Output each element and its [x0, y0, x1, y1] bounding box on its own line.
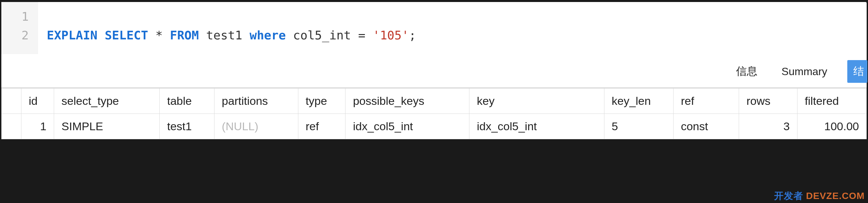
token-ident: test1 [206, 28, 242, 42]
token-op: * [155, 28, 163, 42]
cell-rows[interactable]: 3 [739, 114, 797, 139]
watermark-text-2: DEVZE.COM [806, 191, 865, 201]
token-kw: SELECT [104, 28, 148, 42]
tab-result[interactable]: 结 [847, 60, 867, 83]
col-header-key-len[interactable]: key_len [604, 89, 673, 114]
watermark: 开发者 DEVZE.COM [774, 190, 865, 202]
col-header-table[interactable]: table [160, 89, 215, 114]
col-header-ref[interactable]: ref [673, 89, 739, 114]
cell-key-len[interactable]: 5 [604, 114, 673, 139]
cell-type[interactable]: ref [298, 114, 345, 139]
col-header-select-type[interactable]: select_type [54, 89, 160, 114]
token-kw: EXPLAIN [47, 28, 98, 42]
line-number: 2 [11, 26, 29, 45]
line-gutter: 1 2 [1, 2, 38, 54]
cell-table[interactable]: test1 [160, 114, 215, 139]
cell-filtered[interactable]: 100.00 [797, 114, 866, 139]
token-ident: col5_int [293, 28, 351, 42]
token-str: '105' [373, 28, 409, 42]
col-header-rows[interactable]: rows [739, 89, 797, 114]
token-kw: FROM [170, 28, 199, 42]
code-area[interactable]: EXPLAIN SELECT * FROM test1 where col5_i… [38, 2, 424, 54]
code-line: EXPLAIN SELECT * FROM test1 where col5_i… [47, 26, 416, 45]
cell-id[interactable]: 1 [21, 114, 54, 139]
watermark-text-1: 开发者 [774, 191, 803, 201]
code-line [47, 7, 416, 26]
cell-key[interactable]: idx_col5_int [469, 114, 604, 139]
tab-summary[interactable]: Summary [777, 63, 831, 80]
cell-partitions[interactable]: (NULL) [214, 114, 298, 139]
col-header-filtered[interactable]: filtered [797, 89, 866, 114]
row-handle[interactable] [2, 114, 21, 139]
corner-cell [2, 89, 21, 114]
col-header-key[interactable]: key [469, 89, 604, 114]
tab-info[interactable]: 信息 [732, 61, 762, 81]
cell-select-type[interactable]: SIMPLE [54, 114, 160, 139]
table-row[interactable]: 1 SIMPLE test1 (NULL) ref idx_col5_int i… [2, 114, 867, 139]
table-header-row: id select_type table partitions type pos… [2, 89, 867, 114]
cell-ref[interactable]: const [673, 114, 739, 139]
null-value: (NULL) [222, 120, 258, 133]
explain-result-table: id select_type table partitions type pos… [1, 88, 867, 139]
explain-result-table-wrap: id select_type table partitions type pos… [1, 88, 867, 139]
col-header-partitions[interactable]: partitions [214, 89, 298, 114]
token-punct: ; [409, 28, 416, 42]
sql-editor[interactable]: 1 2 EXPLAIN SELECT * FROM test1 where co… [1, 2, 867, 54]
sql-editor-container: 1 2 EXPLAIN SELECT * FROM test1 where co… [1, 2, 867, 54]
cell-possible-keys[interactable]: idx_col5_int [345, 114, 469, 139]
line-number: 1 [11, 7, 29, 26]
col-header-possible-keys[interactable]: possible_keys [345, 89, 469, 114]
token-kw: where [250, 28, 286, 42]
token-op: = [358, 28, 366, 42]
col-header-type[interactable]: type [298, 89, 345, 114]
col-header-id[interactable]: id [21, 89, 54, 114]
result-tabs: 信息 Summary 结 [1, 54, 867, 88]
